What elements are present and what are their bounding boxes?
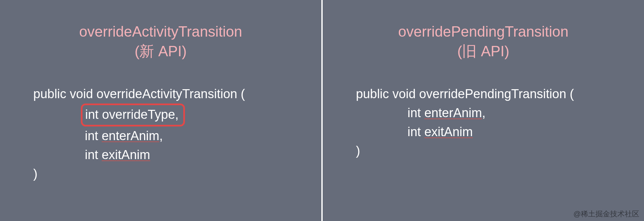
left-param2-prefix: int	[85, 129, 102, 143]
right-sig-close: )	[356, 141, 617, 160]
right-title-line2: (旧 API)	[457, 43, 509, 59]
right-param2-underlined: exitAnim	[424, 125, 473, 139]
right-param1-row: int enterAnim,	[356, 104, 617, 122]
highlight-box: int overrideType,	[81, 104, 185, 126]
left-param3-row: int exitAnim	[33, 145, 295, 164]
right-title-line1: overridePendingTransition	[398, 23, 568, 40]
right-param1-suffix: ,	[482, 106, 486, 120]
left-code-block: public void overrideActivityTransition (…	[27, 85, 295, 183]
left-param1-row: int overrideType,	[33, 104, 295, 126]
right-param2-prefix: int	[407, 125, 424, 139]
left-param2-underlined: enterAnim	[102, 129, 159, 143]
left-param2-row: int enterAnim,	[33, 126, 295, 145]
left-param3-prefix: int	[85, 148, 102, 162]
right-param1-underlined: enterAnim	[424, 106, 482, 120]
right-param1-prefix: int	[407, 106, 424, 120]
left-title-line1: overrideActivityTransition	[79, 23, 242, 40]
left-param2-suffix: ,	[159, 129, 163, 143]
left-panel: overrideActivityTransition (新 API) publi…	[0, 0, 321, 221]
watermark: @稀土掘金技术社区	[573, 209, 639, 219]
left-sig-close: )	[33, 164, 295, 183]
comparison-container: overrideActivityTransition (新 API) publi…	[0, 0, 644, 221]
left-sig-open: public void overrideActivityTransition (	[33, 85, 295, 104]
right-title: overridePendingTransition (旧 API)	[398, 22, 568, 61]
right-code-block: public void overridePendingTransition ( …	[349, 85, 617, 160]
right-panel: overridePendingTransition (旧 API) public…	[323, 0, 644, 221]
right-sig-open: public void overridePendingTransition (	[356, 85, 617, 104]
left-param3-underlined: exitAnim	[102, 148, 150, 162]
left-title: overrideActivityTransition (新 API)	[79, 22, 242, 61]
left-title-line2: (新 API)	[135, 43, 187, 59]
right-param2-row: int exitAnim	[356, 122, 617, 141]
